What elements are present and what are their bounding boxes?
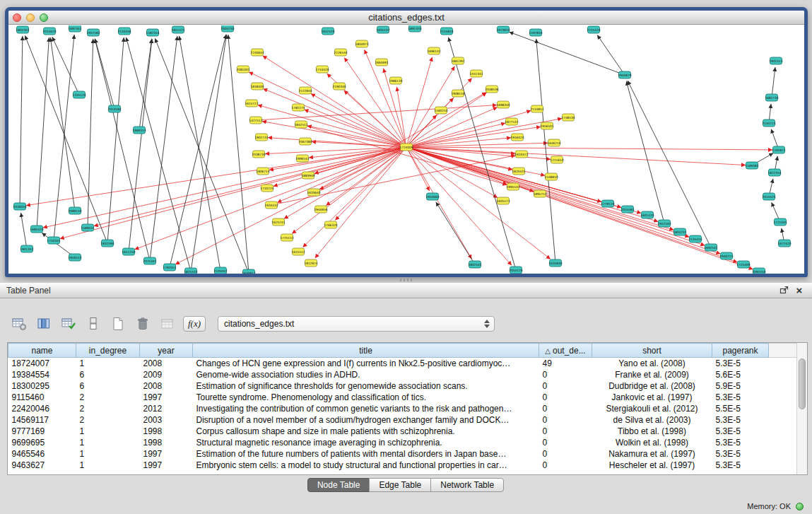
- split-divider-handle[interactable]: [400, 279, 413, 281]
- table-selector-dropdown[interactable]: citations_edges.txt: [218, 316, 495, 332]
- graph-node[interactable]: 1973810: [496, 26, 510, 33]
- graph-edge[interactable]: [155, 38, 249, 273]
- graph-node[interactable]: 1610472: [514, 151, 528, 158]
- table-cell[interactable]: 1: [76, 426, 140, 437]
- graph-node[interactable]: 1779120: [601, 200, 614, 207]
- column-header-year[interactable]: year: [140, 344, 193, 358]
- graph-node[interactable]: 1630812: [242, 269, 255, 274]
- graph-node[interactable]: 1934432: [264, 201, 278, 209]
- graph-edge[interactable]: [268, 138, 406, 147]
- graph-node[interactable]: 1861397: [451, 57, 464, 64]
- graph-node[interactable]: 1664691: [375, 59, 388, 66]
- graph-edge[interactable]: [597, 35, 625, 75]
- graph-node[interactable]: 1724009: [399, 144, 413, 151]
- graph-node[interactable]: 1211610: [550, 156, 563, 163]
- graph-node[interactable]: 1605573: [496, 197, 510, 204]
- graph-node[interactable]: 1812874: [304, 259, 317, 267]
- graph-node[interactable]: 1597850: [529, 29, 542, 36]
- table-cell[interactable]: Stergiakouli et al. (2012): [592, 403, 712, 414]
- table-cell[interactable]: Embryonic stem cells: a model to study s…: [193, 460, 539, 471]
- graph-node[interactable]: 1986130: [389, 77, 402, 84]
- graph-node[interactable]: 1615512: [291, 248, 305, 255]
- graph-node[interactable]: 1692541: [704, 244, 717, 251]
- graph-edge[interactable]: [107, 37, 124, 243]
- graph-node[interactable]: 1902413: [769, 57, 782, 64]
- table-cell[interactable]: 0: [539, 403, 592, 414]
- table-cell[interactable]: Tourette syndrome. Phenomenology and cla…: [193, 392, 539, 403]
- table-cell[interactable]: 0: [539, 437, 592, 448]
- table-cell[interactable]: 0: [539, 380, 592, 392]
- table-cell[interactable]: 2: [76, 403, 140, 414]
- network-window-titlebar[interactable]: citations_edges.txt: [8, 11, 804, 25]
- graph-node[interactable]: 2048536: [485, 86, 498, 93]
- table-cell[interactable]: 2008: [140, 380, 193, 392]
- select-columns-icon[interactable]: [35, 315, 53, 332]
- graph-edge[interactable]: [191, 35, 227, 271]
- graph-node[interactable]: 1944879: [618, 71, 631, 78]
- graph-node[interactable]: 1611250: [122, 248, 135, 255]
- table-cell[interactable]: 1: [76, 437, 140, 448]
- graph-edge[interactable]: [406, 147, 772, 150]
- graph-node[interactable]: 1652420: [321, 28, 334, 35]
- graph-node[interactable]: 1451341: [469, 70, 483, 77]
- graph-edge[interactable]: [95, 39, 114, 109]
- graph-node[interactable]: 1646210: [547, 139, 560, 146]
- table-row[interactable]: 2242004622012Investigating the contribut…: [8, 403, 797, 414]
- table-cell[interactable]: 2009: [140, 369, 193, 380]
- graph-node[interactable]: 2215420: [587, 26, 600, 33]
- table-cell[interactable]: 1998: [140, 437, 193, 448]
- table-cell[interactable]: 9115460: [8, 392, 76, 403]
- table-cell[interactable]: Dudbridge et al. (2008): [592, 380, 712, 392]
- graph-edge[interactable]: [60, 147, 406, 239]
- table-cell[interactable]: Nakamura et al. (1997): [592, 448, 712, 460]
- graph-node[interactable]: 2105042: [213, 267, 227, 274]
- graph-node[interactable]: 2114852: [530, 105, 543, 112]
- table-cell[interactable]: 5.3E-5: [712, 358, 769, 369]
- graph-node[interactable]: 1601420: [640, 211, 654, 218]
- table-cell[interactable]: Estimation of significance thresholds fo…: [193, 380, 539, 392]
- graph-edge[interactable]: [20, 213, 27, 249]
- table-cell[interactable]: 1997: [140, 392, 193, 403]
- graph-node[interactable]: 1822354: [767, 169, 781, 176]
- graph-node[interactable]: 2144215: [762, 119, 775, 127]
- tab-network-table[interactable]: Network Table: [430, 478, 504, 492]
- column-header-name[interactable]: name: [8, 344, 76, 358]
- table-cell[interactable]: 6: [76, 380, 140, 392]
- graph-node[interactable]: 2089150: [68, 207, 81, 214]
- graph-node[interactable]: 2054120: [509, 267, 522, 274]
- float-panel-icon[interactable]: [777, 285, 790, 296]
- graph-node[interactable]: 1766320: [324, 221, 337, 228]
- table-cell[interactable]: Wolkin et al. (1998): [592, 437, 712, 448]
- create-column-icon[interactable]: [59, 315, 78, 332]
- table-cell[interactable]: 2: [76, 392, 140, 403]
- graph-edge[interactable]: [396, 87, 406, 147]
- graph-node[interactable]: 1901352: [20, 245, 33, 252]
- table-cell[interactable]: 9777169: [8, 426, 76, 437]
- table-cell[interactable]: 9699695: [8, 437, 76, 448]
- graph-node[interactable]: 1820431: [512, 168, 525, 175]
- graph-node[interactable]: 1677420: [777, 240, 791, 247]
- graph-node[interactable]: 2135410: [688, 235, 702, 243]
- graph-node[interactable]: 2092450: [752, 268, 765, 274]
- table-cell[interactable]: 22420046: [8, 403, 76, 414]
- graph-edge[interactable]: [536, 39, 555, 263]
- graph-node[interactable]: 2155810: [440, 28, 453, 35]
- graph-node[interactable]: 2226540: [334, 49, 347, 56]
- graph-edge[interactable]: [406, 147, 720, 254]
- graph-node[interactable]: 2026050: [13, 203, 26, 210]
- graph-edge[interactable]: [406, 147, 746, 165]
- graph-edge[interactable]: [249, 72, 406, 147]
- delete-icon[interactable]: [134, 315, 152, 332]
- graph-node[interactable]: 1615727: [245, 100, 258, 107]
- table-row[interactable]: 1872400712008Changes of HCN gene express…: [8, 358, 797, 369]
- graph-node[interactable]: 1916020: [510, 134, 524, 141]
- table-cell[interactable]: 1: [76, 358, 140, 369]
- graph-edge[interactable]: [626, 81, 664, 223]
- graph-node[interactable]: 2038730: [252, 151, 265, 158]
- scrollbar-thumb[interactable]: [799, 358, 806, 409]
- graph-node[interactable]: 1877537: [505, 118, 518, 125]
- table-cell[interactable]: Hescheler et al. (1997): [592, 460, 712, 471]
- graph-node[interactable]: 2190340: [332, 83, 346, 90]
- table-row[interactable]: 1456911722003Disruption of a novel membe…: [8, 414, 797, 426]
- table-cell[interactable]: 1998: [140, 426, 193, 437]
